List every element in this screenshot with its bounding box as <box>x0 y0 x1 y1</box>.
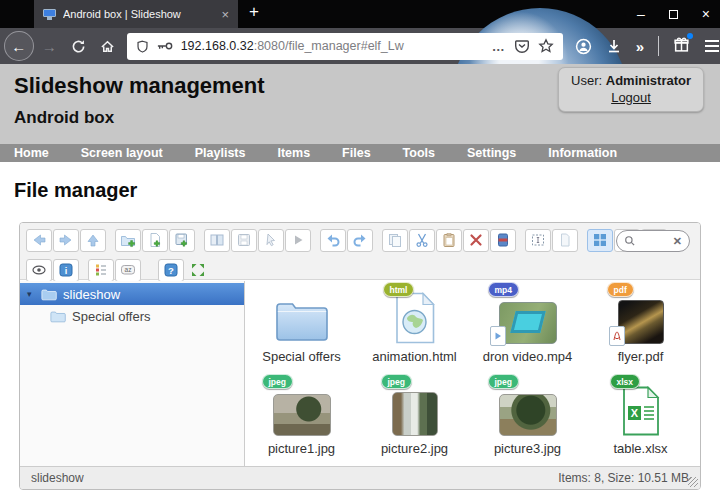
nav-item-playlists[interactable]: Playlists <box>195 146 246 160</box>
new-tab-button[interactable]: + <box>249 2 259 22</box>
file-tile-picture1[interactable]: jpeg picture1.jpg <box>247 374 357 466</box>
page-title: File manager <box>14 179 720 202</box>
whats-new-gift-button[interactable] <box>673 36 690 57</box>
fm-paste-button[interactable] <box>436 229 462 252</box>
toolbar-separator <box>658 36 659 56</box>
file-tile-picture2[interactable]: jpeg picture2.jpg <box>360 374 470 466</box>
nav-item-items[interactable]: Items <box>277 146 310 160</box>
file-tile-folder[interactable]: Special offers <box>247 282 357 374</box>
fm-undo-button[interactable] <box>320 229 346 252</box>
file-name: picture1.jpg <box>268 441 335 456</box>
fm-search-box[interactable]: ✕ <box>616 230 690 252</box>
new-file-icon <box>147 232 163 248</box>
fm-forward-button[interactable] <box>53 229 79 252</box>
window-maximize-button[interactable] <box>669 7 678 21</box>
browser-tab[interactable]: Android box | Slideshow × <box>34 0 238 28</box>
up-icon <box>85 232 101 248</box>
fm-up-button[interactable] <box>80 229 106 252</box>
pocket-icon[interactable] <box>514 38 530 54</box>
tree-item-slideshow[interactable]: ▾ slideshow <box>20 283 244 305</box>
fm-workspace: ▾ slideshow Special offers Special offer… <box>20 281 700 466</box>
nav-item-home[interactable]: Home <box>14 146 49 160</box>
video-thumbnail <box>499 302 557 344</box>
fm-new-folder-button[interactable] <box>115 229 141 252</box>
fm-sort-name-button[interactable]: az <box>115 259 141 282</box>
fm-upload-button[interactable] <box>169 229 195 252</box>
tree-expander-icon[interactable]: ▾ <box>27 289 35 299</box>
fm-view-icons-button[interactable] <box>587 229 613 252</box>
home-button[interactable] <box>100 39 115 54</box>
fm-redo-button[interactable] <box>347 229 373 252</box>
video-file-mini-icon <box>490 326 506 346</box>
sort-az-icon: az <box>120 262 136 278</box>
file-manager: i az ? ✕ ▾ slides <box>19 222 701 490</box>
window-minimize-button[interactable]: – <box>637 7 645 21</box>
delete-x-icon <box>468 232 484 248</box>
file-type-badge: jpeg <box>488 374 519 389</box>
svg-text:X: X <box>630 407 638 419</box>
shield-icon <box>136 39 149 54</box>
fm-fullscreen-button[interactable] <box>185 259 211 282</box>
download-icon[interactable] <box>606 38 622 54</box>
file-type-badge: jpeg <box>381 374 412 389</box>
tab-close-icon[interactable]: × <box>221 8 229 21</box>
fm-back-button[interactable] <box>26 229 52 252</box>
resize-grip[interactable] <box>688 477 698 487</box>
nav-item-information[interactable]: Information <box>548 146 617 160</box>
file-tile-html[interactable]: html animation.html <box>360 282 470 374</box>
file-tile-picture3[interactable]: jpeg picture3.jpg <box>473 374 583 466</box>
nav-item-tools[interactable]: Tools <box>403 146 435 160</box>
notification-dot <box>687 33 693 39</box>
status-items-size: Items: 8, Size: 10.51 MB <box>558 471 689 485</box>
url-text[interactable]: 192.168.0.32:8080/file_manager#elf_Lw <box>181 39 484 53</box>
nav-item-settings[interactable]: Settings <box>467 146 516 160</box>
svg-text:i: i <box>65 266 68 276</box>
search-clear-icon[interactable]: ✕ <box>673 235 682 248</box>
window-close-button[interactable]: × <box>702 7 710 21</box>
reload-button[interactable] <box>71 39 86 54</box>
folder-icon <box>273 296 331 344</box>
user-box: User: Administrator Logout <box>558 67 704 112</box>
browser-window: Android box | Slideshow × + – × ← → 1 <box>0 0 720 501</box>
fm-toggle-hidden-button[interactable] <box>26 259 52 282</box>
svg-text:az: az <box>125 266 132 273</box>
file-manager-toolbar: i az ? ✕ <box>20 223 700 280</box>
fm-select-all-button[interactable] <box>525 229 551 252</box>
nav-item-files[interactable]: Files <box>342 146 371 160</box>
fm-copy-button[interactable] <box>382 229 408 252</box>
url-path: :8080/file_manager#elf_Lw <box>254 39 404 53</box>
nav-item-screen-layout[interactable]: Screen layout <box>81 146 163 160</box>
bookmark-star-icon[interactable] <box>538 38 554 54</box>
fm-preview-button[interactable] <box>285 229 311 252</box>
overflow-menu-icon[interactable]: » <box>636 38 644 55</box>
fm-sort-button[interactable] <box>88 259 114 282</box>
hamburger-menu-icon[interactable] <box>704 39 720 53</box>
fm-pointer-button[interactable] <box>258 229 284 252</box>
file-tile-video[interactable]: mp4 dron video.mp4 <box>473 282 583 374</box>
select-all-icon <box>530 232 546 248</box>
fm-open-button[interactable] <box>204 229 230 252</box>
fm-remove-button[interactable] <box>490 229 516 252</box>
help-icon: ? <box>163 262 179 278</box>
url-bar[interactable]: 192.168.0.32:8080/file_manager#elf_Lw … <box>127 33 563 60</box>
back-button[interactable]: ← <box>4 31 34 61</box>
fm-cut-button[interactable] <box>409 229 435 252</box>
fm-new-file-button[interactable] <box>142 229 168 252</box>
play-icon <box>290 232 306 248</box>
maximize-icon <box>669 10 678 19</box>
window-controls: – × <box>637 0 710 28</box>
fm-select-none-button[interactable] <box>552 229 578 252</box>
page-actions-icon[interactable]: … <box>492 39 506 54</box>
logout-link[interactable]: Logout <box>611 90 651 105</box>
file-tile-xlsx[interactable]: X xlsx table.xlsx <box>586 374 696 466</box>
tree-item-special-offers[interactable]: Special offers <box>20 305 244 327</box>
fm-delete-button[interactable] <box>463 229 489 252</box>
forward-button[interactable]: → <box>42 38 57 55</box>
account-icon[interactable] <box>575 38 592 55</box>
file-tile-pdf[interactable]: pdf flyer.pdf <box>586 282 696 374</box>
file-type-badge: mp4 <box>488 282 519 297</box>
fm-info-button[interactable]: i <box>53 259 79 282</box>
fm-save-button[interactable] <box>231 229 257 252</box>
fm-help-button[interactable]: ? <box>158 259 184 282</box>
file-name: picture3.jpg <box>494 441 561 456</box>
